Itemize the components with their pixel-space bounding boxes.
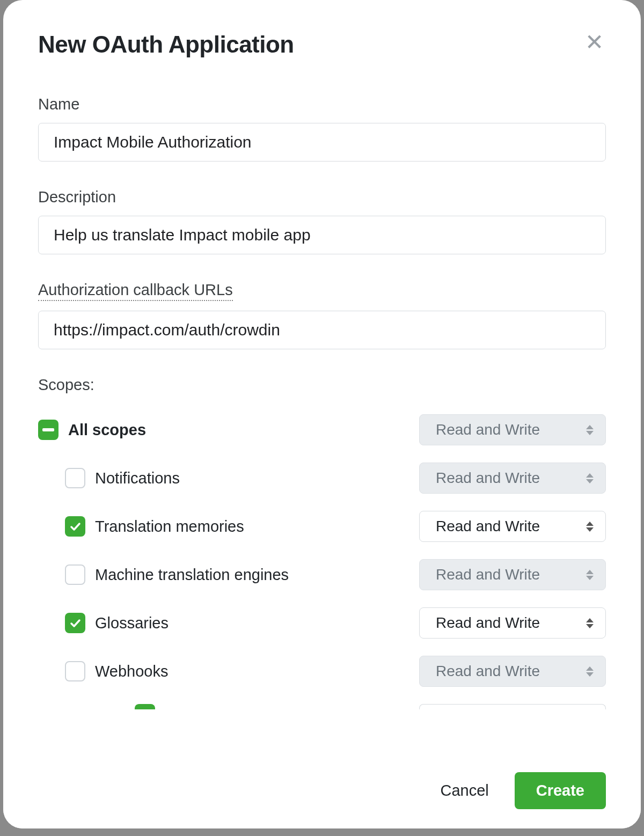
scope-row-translation-memories: Translation memories Read and Write xyxy=(38,511,606,542)
callback-label: Authorization callback URLs xyxy=(38,281,233,301)
check-icon xyxy=(69,617,82,629)
checkbox-webhooks[interactable] xyxy=(65,661,85,681)
checkbox-mt-engines[interactable] xyxy=(65,564,85,585)
permission-value: Read and Write xyxy=(436,421,540,438)
check-icon xyxy=(69,520,82,533)
scope-label-notifications: Notifications xyxy=(95,470,180,487)
scopes-list: All scopes Read and Write Notifications … xyxy=(38,414,606,687)
permission-select-glossaries[interactable]: Read and Write xyxy=(419,607,606,639)
description-label: Description xyxy=(38,188,116,206)
sort-icon xyxy=(586,425,594,435)
scope-row-mt-engines: Machine translation engines Read and Wri… xyxy=(38,559,606,590)
permission-select-partial-peek xyxy=(419,704,606,709)
permission-select-notifications[interactable]: Read and Write xyxy=(419,463,606,494)
scope-row-partial xyxy=(38,704,606,709)
checkbox-partial-peek xyxy=(135,704,155,709)
field-group-description: Description xyxy=(38,188,606,254)
checkbox-notifications[interactable] xyxy=(65,468,85,488)
select-partial-peek-wrap xyxy=(38,704,606,709)
scope-row-notifications: Notifications Read and Write xyxy=(38,463,606,494)
minus-icon xyxy=(42,428,54,431)
permission-select-mt-engines[interactable]: Read and Write xyxy=(419,559,606,590)
cancel-button[interactable]: Cancel xyxy=(440,782,488,800)
modal-footer: Cancel Create xyxy=(3,753,641,828)
sort-icon xyxy=(586,522,594,532)
field-group-callback: Authorization callback URLs xyxy=(38,281,606,349)
sort-icon xyxy=(586,570,594,580)
sort-icon xyxy=(586,618,594,628)
checkbox-glossaries[interactable] xyxy=(65,613,85,633)
modal-title: New OAuth Application xyxy=(38,31,294,58)
permission-select-translation-memories[interactable]: Read and Write xyxy=(419,511,606,542)
permission-value: Read and Write xyxy=(436,614,540,632)
modal-body: Name Description Authorization callback … xyxy=(38,96,606,828)
oauth-modal: New OAuth Application ✕ Name Description… xyxy=(3,0,641,828)
permission-value: Read and Write xyxy=(436,470,540,487)
scope-label-webhooks: Webhooks xyxy=(95,663,169,680)
name-input[interactable] xyxy=(38,123,606,162)
name-label: Name xyxy=(38,96,79,113)
close-icon[interactable]: ✕ xyxy=(583,31,606,54)
description-input[interactable] xyxy=(38,216,606,254)
scopes-heading: Scopes: xyxy=(38,376,606,394)
scope-row-glossaries: Glossaries Read and Write xyxy=(38,607,606,639)
scope-label-mt-engines: Machine translation engines xyxy=(95,566,289,584)
scope-label-glossaries: Glossaries xyxy=(95,614,169,632)
sort-icon xyxy=(586,666,594,677)
permission-value: Read and Write xyxy=(436,663,540,680)
scope-row-webhooks: Webhooks Read and Write xyxy=(38,656,606,687)
permission-select-webhooks[interactable]: Read and Write xyxy=(419,656,606,687)
scope-row-all: All scopes Read and Write xyxy=(38,414,606,445)
permission-value: Read and Write xyxy=(436,566,540,583)
modal-header: New OAuth Application ✕ xyxy=(38,31,606,58)
scope-label-translation-memories: Translation memories xyxy=(95,518,244,536)
field-group-name: Name xyxy=(38,96,606,162)
checkbox-all-scopes[interactable] xyxy=(38,420,58,440)
create-button[interactable]: Create xyxy=(515,772,606,809)
scope-label-all: All scopes xyxy=(68,421,146,439)
checkbox-translation-memories[interactable] xyxy=(65,516,85,537)
permission-value: Read and Write xyxy=(436,518,540,535)
callback-input[interactable] xyxy=(38,311,606,349)
permission-select-all[interactable]: Read and Write xyxy=(419,414,606,445)
sort-icon xyxy=(586,473,594,483)
